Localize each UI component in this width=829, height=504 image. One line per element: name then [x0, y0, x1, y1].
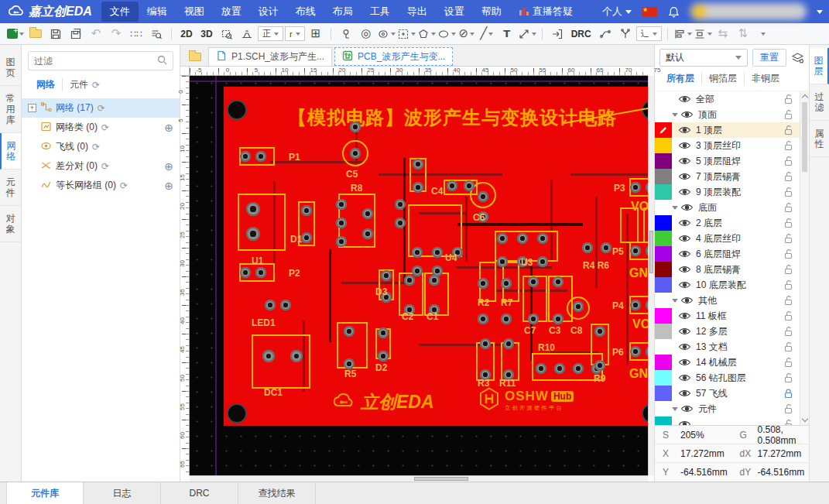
lock-icon[interactable]	[783, 202, 793, 215]
layer-filter-tab[interactable]: 铜箔层	[701, 72, 744, 85]
eye-visibility-icon[interactable]	[680, 110, 694, 119]
eye-visibility-icon[interactable]	[678, 94, 691, 104]
lock-icon[interactable]	[783, 295, 793, 308]
layer-row[interactable]: 9 顶层装配	[655, 184, 800, 200]
layer-row[interactable]: 顶面	[655, 107, 800, 122]
lock-icon[interactable]	[783, 279, 793, 293]
filter-search-box[interactable]	[28, 51, 173, 70]
copper-pour-tool[interactable]	[238, 26, 256, 43]
eye-visibility-icon[interactable]	[678, 141, 691, 150]
route-tool[interactable]	[596, 26, 615, 43]
collapse-triangle-icon[interactable]	[672, 113, 678, 117]
corner-mode-combo[interactable]: r	[285, 26, 305, 41]
bottom-tab[interactable]: 日志	[84, 482, 161, 504]
bottom-tab[interactable]: 查找结果	[238, 482, 316, 504]
layer-row[interactable]: 56 钻孔图层	[655, 370, 800, 386]
line-tool[interactable]: ╱	[478, 26, 496, 43]
eye-visibility-icon[interactable]	[680, 296, 694, 305]
document-tab[interactable]: PCB_波形产生与变...	[334, 47, 453, 66]
filter-input[interactable]	[34, 56, 154, 67]
layer-row[interactable]: 4 底层丝印	[655, 231, 800, 246]
refresh-icon[interactable]: ⟳	[98, 103, 105, 114]
rail-tab-图层[interactable]: 图层	[810, 48, 829, 84]
app-logo[interactable]: 嘉立创EDA	[8, 4, 92, 20]
tree-row[interactable]: 飞线 (0)⟳	[22, 137, 180, 156]
lock-icon[interactable]	[783, 264, 793, 277]
via-tool[interactable]: ◎	[357, 26, 375, 43]
lock-icon[interactable]	[783, 419, 793, 425]
menu-item[interactable]: 直播答疑	[510, 2, 581, 22]
document-tab[interactable]: P1.SCH_波形与产生...	[208, 47, 332, 66]
pad-tool[interactable]	[377, 26, 396, 43]
rail-tab-常用库[interactable]: 常用库	[0, 86, 21, 133]
lock-icon[interactable]	[783, 372, 793, 386]
layer-list-scrollbar[interactable]	[800, 91, 809, 425]
save-tool[interactable]	[46, 26, 65, 43]
collapse-triangle-icon[interactable]	[672, 206, 678, 210]
rail-tab-网络[interactable]: 网络	[0, 133, 21, 170]
layer-row[interactable]: 8 底层锡膏	[655, 262, 800, 277]
rail-tab-过滤[interactable]: 过滤	[810, 84, 829, 121]
layer-row[interactable]: 5 顶层阻焊	[655, 153, 800, 169]
eye-visibility-icon[interactable]	[680, 203, 694, 212]
canvas-hscrollbar[interactable]	[190, 475, 648, 482]
layer-row[interactable]: 10 底层装配	[655, 277, 800, 293]
layer-row[interactable]: 底面	[655, 200, 800, 215]
toolbar-more-caret[interactable]	[754, 26, 772, 43]
menubar-caret-icon[interactable]	[817, 10, 823, 14]
eye-visibility-icon[interactable]	[678, 218, 691, 228]
lock-icon[interactable]	[783, 125, 793, 138]
add-icon[interactable]: ⊕	[164, 122, 173, 134]
user-account-blurred[interactable]	[690, 3, 807, 20]
eye-visibility-icon[interactable]	[678, 265, 691, 274]
bottom-tab[interactable]: DRC	[161, 482, 238, 504]
layer-row[interactable]: 12 多层	[655, 324, 800, 339]
menu-item[interactable]: 布局	[324, 2, 361, 22]
zoom-select-tool[interactable]	[218, 26, 236, 43]
hscroll-thumb[interactable]	[414, 477, 468, 481]
menu-item[interactable]: 导出	[399, 2, 436, 22]
layer-row[interactable]: 11 板框	[655, 308, 800, 324]
lock-icon[interactable]	[783, 109, 793, 122]
lock-icon[interactable]	[783, 403, 793, 417]
rail-tab-对象[interactable]: 对象	[0, 206, 21, 242]
layer-row[interactable]: 57 飞线	[655, 386, 800, 401]
user-menu[interactable]: 个人	[602, 5, 632, 19]
rail-tab-图页[interactable]: 图页	[0, 50, 21, 86]
tree-row[interactable]: 等长网络组 (0)⟳⊕	[22, 176, 180, 195]
menu-item[interactable]: 视图	[176, 2, 213, 22]
menu-item[interactable]: 编辑	[139, 2, 176, 22]
eye-visibility-icon[interactable]	[678, 249, 691, 259]
layer-filter-tab[interactable]: 所有层	[659, 72, 701, 85]
eye-visibility-icon[interactable]	[678, 373, 691, 382]
polygon-tool[interactable]	[417, 26, 436, 43]
pcb-canvas[interactable]: 【模拟电路】波形产生与变换设计电路P1C5R8C4D1U1U4C6U3P3VO1…	[190, 76, 648, 475]
lock-icon[interactable]	[783, 326, 793, 339]
text-tool[interactable]: T	[498, 26, 516, 43]
eye-visibility-icon[interactable]	[678, 187, 691, 197]
lock-icon[interactable]	[783, 357, 793, 370]
menu-item[interactable]: 帮助	[473, 2, 510, 22]
lock-icon[interactable]	[783, 94, 793, 107]
reset-button[interactable]: 重置	[752, 49, 786, 67]
eye-visibility-icon[interactable]	[678, 389, 691, 398]
menu-item[interactable]: 布线	[287, 2, 324, 22]
eye-visibility-icon[interactable]	[680, 404, 694, 413]
footprint-grid-tool[interactable]: ∷∷	[127, 26, 146, 43]
tree-row[interactable]: 差分对 (0)⟳⊕	[22, 156, 180, 176]
menu-item[interactable]: 工具	[361, 2, 399, 22]
layer-row[interactable]: 3 顶层丝印	[655, 138, 800, 153]
eye-visibility-icon[interactable]	[678, 156, 691, 166]
dimension-tool[interactable]	[518, 26, 536, 43]
layer-preset-select[interactable]: 默认	[659, 49, 748, 67]
flip-vertical-tool[interactable]: ⇅	[734, 26, 752, 43]
redo-tool[interactable]: ↷	[107, 26, 125, 43]
grid-settings-tool[interactable]: ⊞	[307, 26, 325, 43]
refresh-icon[interactable]: ⟳	[92, 142, 100, 153]
collapse-triangle-icon[interactable]	[672, 299, 678, 303]
eye-visibility-icon[interactable]	[678, 327, 691, 336]
menu-item[interactable]: 设计	[250, 2, 287, 22]
layer-row[interactable]: 6 底层阻焊	[655, 246, 800, 262]
lock-icon[interactable]	[783, 233, 793, 246]
lock-icon[interactable]	[783, 341, 793, 355]
